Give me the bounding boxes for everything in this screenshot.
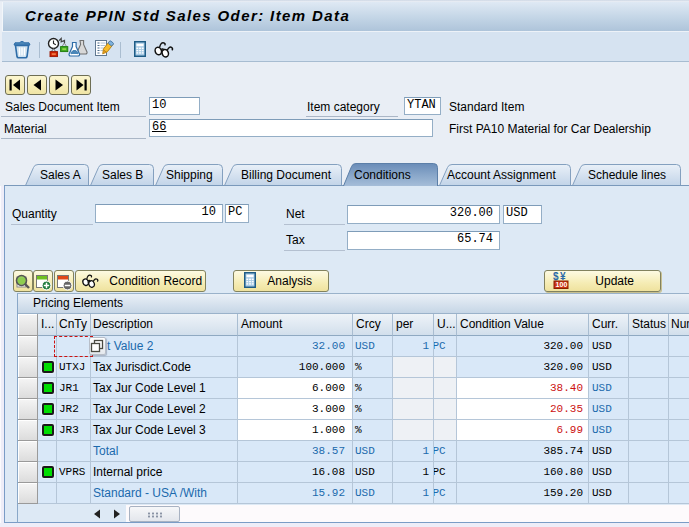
svg-text:Sales A: Sales A [40, 168, 81, 182]
svg-text:Billing Document: Billing Document [241, 168, 332, 182]
svg-text:Conditions: Conditions [354, 168, 411, 182]
svg-text:100: 100 [556, 281, 568, 288]
svg-text:Shipping: Shipping [166, 168, 213, 182]
svg-text:Account Assignment: Account Assignment [447, 168, 556, 182]
svg-text:Schedule lines: Schedule lines [588, 168, 666, 182]
svg-text:Sales B: Sales B [102, 168, 143, 182]
